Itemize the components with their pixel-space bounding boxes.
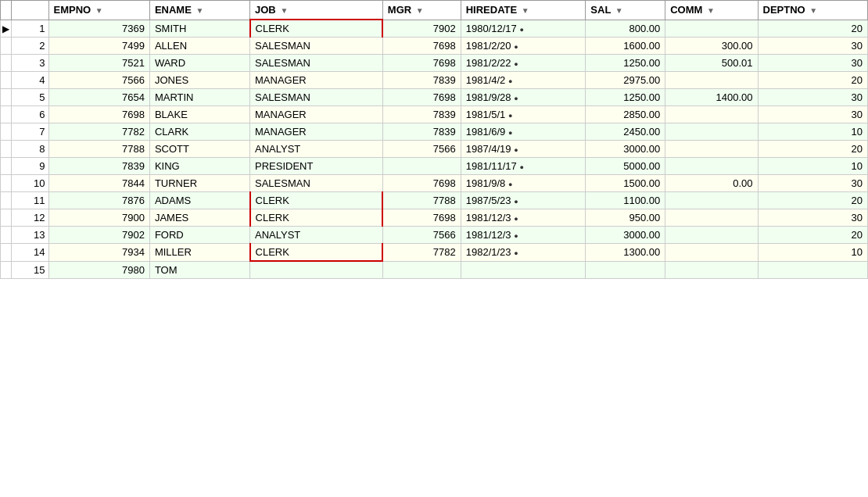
table-row[interactable]: 87788SCOTTANALYST75661987/4/19 ●3000.002… (1, 141, 868, 158)
hiredate-indicator: ● (508, 112, 512, 120)
table-row[interactable]: 47566JONESMANAGER78391981/4/2 ●2975.0020 (1, 72, 868, 89)
hiredate-sort-icon: ▼ (522, 6, 529, 15)
cell-deptno: 20 (758, 227, 867, 244)
cell-hiredate: 1982/1/23 ● (461, 244, 586, 262)
main-table-container: EMPNO ▼ ENAME ▼ JOB ▼ MGR ▼ HIREDATE ▼ S… (0, 0, 868, 279)
cell-deptno: 20 (758, 141, 867, 158)
row-number: 15 (12, 261, 49, 278)
cell-deptno: 30 (758, 55, 867, 72)
table-row[interactable]: 67698BLAKEMANAGER78391981/5/1 ●2850.0030 (1, 106, 868, 123)
row-number: 13 (12, 227, 49, 244)
row-number: 12 (12, 209, 49, 227)
cell-sal: 5000.00 (586, 158, 665, 175)
hiredate-indicator: ● (514, 95, 518, 102)
header-comm[interactable]: COMM ▼ (665, 1, 758, 20)
cell-empno: 7566 (48, 72, 149, 89)
row-number: 5 (12, 89, 49, 106)
table-row[interactable]: 27499ALLENSALESMAN76981981/2/20 ●1600.00… (1, 38, 868, 55)
cell-mgr: 7698 (382, 175, 461, 192)
cell-hiredate: 1981/4/2 ● (461, 72, 586, 89)
row-current-indicator (1, 209, 12, 227)
cell-ename: SCOTT (149, 141, 249, 158)
table-row[interactable]: 97839KINGPRESIDENT1981/11/17 ●5000.0010 (1, 158, 868, 175)
cell-empno: 7902 (48, 227, 149, 244)
table-row[interactable]: 157980TOM (1, 261, 868, 278)
data-table: EMPNO ▼ ENAME ▼ JOB ▼ MGR ▼ HIREDATE ▼ S… (0, 0, 868, 279)
row-current-indicator (1, 55, 12, 72)
cell-deptno: 30 (758, 106, 867, 123)
header-sal[interactable]: SAL ▼ (586, 1, 665, 20)
cell-job: PRESIDENT (250, 158, 383, 175)
row-number: 9 (12, 158, 49, 175)
header-mgr[interactable]: MGR ▼ (382, 1, 461, 20)
cell-sal: 2975.00 (586, 72, 665, 89)
cell-mgr: 7698 (382, 38, 461, 55)
cell-deptno: 30 (758, 175, 867, 192)
row-number: 11 (12, 192, 49, 209)
cell-job: CLERK (250, 209, 383, 227)
row-current-indicator (1, 72, 12, 89)
header-deptno[interactable]: DEPTNO ▼ (758, 1, 867, 20)
cell-deptno: 30 (758, 38, 867, 55)
row-current-indicator (1, 141, 12, 158)
cell-job: SALESMAN (250, 175, 383, 192)
cell-sal: 1100.00 (586, 192, 665, 209)
cell-job: ANALYST (250, 141, 383, 158)
cell-empno: 7654 (48, 89, 149, 106)
hiredate-indicator: ● (514, 232, 518, 240)
cell-sal: 800.00 (586, 20, 665, 38)
hiredate-indicator: ● (514, 43, 518, 51)
cell-deptno: 30 (758, 89, 867, 106)
header-rownum-col (12, 1, 49, 20)
row-number: 7 (12, 123, 49, 141)
cell-job: ANALYST (250, 227, 383, 244)
cell-comm: 300.00 (665, 38, 758, 55)
cell-mgr: 7698 (382, 89, 461, 106)
table-row[interactable]: 107844TURNERSALESMAN76981981/9/8 ●1500.0… (1, 175, 868, 192)
header-hiredate[interactable]: HIREDATE ▼ (461, 1, 586, 20)
cell-hiredate: 1981/12/3 ● (461, 209, 586, 227)
cell-mgr: 7839 (382, 72, 461, 89)
table-body: ▶17369SMITHCLERK79021980/12/17 ●800.0020… (1, 20, 868, 278)
cell-empno: 7499 (48, 38, 149, 55)
cell-job: CLERK (250, 20, 383, 38)
header-ename[interactable]: ENAME ▼ (149, 1, 249, 20)
cell-empno: 7782 (48, 123, 149, 141)
cell-ename: JAMES (149, 209, 249, 227)
cell-ename: SMITH (149, 20, 249, 38)
cell-comm (665, 227, 758, 244)
cell-mgr (382, 261, 461, 278)
cell-hiredate: 1981/9/8 ● (461, 175, 586, 192)
table-row[interactable]: 117876ADAMSCLERK77881987/5/23 ●1100.0020 (1, 192, 868, 209)
cell-comm: 0.00 (665, 175, 758, 192)
cell-deptno: 10 (758, 123, 867, 141)
header-empno[interactable]: EMPNO ▼ (48, 1, 149, 20)
cell-hiredate: 1981/6/9 ● (461, 123, 586, 141)
cell-empno: 7839 (48, 158, 149, 175)
cell-empno: 7369 (48, 20, 149, 38)
row-current-indicator (1, 192, 12, 209)
table-row[interactable]: 37521WARDSALESMAN76981981/2/22 ●1250.005… (1, 55, 868, 72)
job-sort-icon: ▼ (280, 6, 288, 15)
cell-sal (586, 261, 665, 278)
table-row[interactable]: 137902FORDANALYST75661981/12/3 ●3000.002… (1, 227, 868, 244)
table-row[interactable]: 57654MARTINSALESMAN76981981/9/28 ●1250.0… (1, 89, 868, 106)
table-row[interactable]: 147934MILLERCLERK77821982/1/23 ●1300.001… (1, 244, 868, 262)
hiredate-indicator: ● (508, 129, 512, 137)
mgr-sort-icon: ▼ (416, 6, 424, 15)
table-row[interactable]: ▶17369SMITHCLERK79021980/12/17 ●800.0020 (1, 20, 868, 38)
cell-ename: TOM (149, 261, 249, 278)
table-row[interactable]: 127900JAMESCLERK76981981/12/3 ●950.0030 (1, 209, 868, 227)
header-job[interactable]: JOB ▼ (250, 1, 383, 20)
cell-comm (665, 261, 758, 278)
table-row[interactable]: 77782CLARKMANAGER78391981/6/9 ●2450.0010 (1, 123, 868, 141)
row-current-indicator (1, 227, 12, 244)
cell-sal: 1300.00 (586, 244, 665, 262)
ename-sort-icon: ▼ (195, 6, 203, 15)
cell-hiredate: 1981/2/20 ● (461, 38, 586, 55)
cell-sal: 1600.00 (586, 38, 665, 55)
cell-sal: 1250.00 (586, 55, 665, 72)
cell-mgr: 7566 (382, 141, 461, 158)
cell-hiredate: 1987/4/19 ● (461, 141, 586, 158)
header-indicator-col (1, 1, 12, 20)
